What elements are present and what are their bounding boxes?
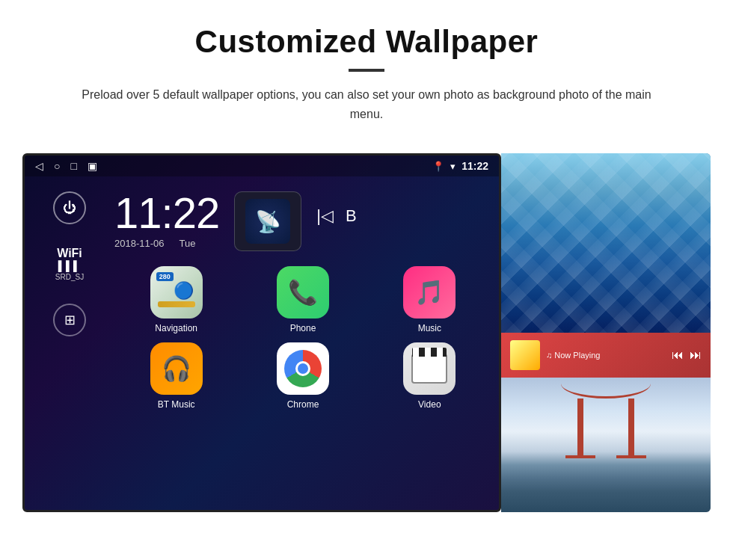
app-navigation[interactable]: 280 🔵 Navigation — [117, 266, 235, 333]
player-prev-icon[interactable]: ⏮ — [672, 348, 684, 362]
wifi-signal-icon: ▾ — [450, 161, 456, 172]
wifi-bars: ▌▌▌ — [55, 260, 84, 271]
wifi-label: WiFi — [55, 247, 84, 260]
title-divider — [349, 69, 384, 72]
radio-wave-icon: 📡 — [255, 209, 281, 234]
clock-time: 11:22 — [114, 191, 219, 235]
music-controls: |◁ B — [316, 206, 356, 226]
wallpaper-panels: ♫ Now Playing ⏮ ⏭ — [501, 153, 711, 512]
clock-date: 2018-11-06 Tue — [114, 238, 219, 249]
track-letter-badge: B — [346, 206, 357, 226]
player-controls: ⏮ ⏭ — [672, 348, 702, 362]
chrome-label: Chrome — [287, 399, 319, 410]
status-nav-icons: ◁ ○ □ ▣ — [35, 160, 97, 172]
status-time: 11:22 — [461, 160, 488, 172]
clapper-stripe-1 — [413, 348, 419, 357]
navigation-icon: 280 🔵 — [150, 266, 203, 319]
radio-widget[interactable]: 📡 — [234, 191, 301, 251]
bridge-tower-right — [628, 399, 634, 458]
music-icon: 🎵 — [403, 266, 456, 319]
app-chrome[interactable]: Chrome — [244, 342, 361, 410]
bt-music-label: BT Music — [158, 399, 195, 410]
status-right-icons: 📍 ▾ 11:22 — [432, 160, 488, 172]
app-grid: 280 🔵 Navigation 📞 Phone 🎵 — [114, 266, 491, 410]
player-next-icon[interactable]: ⏭ — [690, 348, 702, 362]
app-music[interactable]: 🎵 Music — [371, 266, 488, 333]
power-button[interactable]: ⏻ — [53, 191, 86, 224]
home-icon: ○ — [54, 160, 60, 172]
android-sidebar: ⏻ WiFi ▌▌▌ SRD_SJ ⊞ — [25, 176, 114, 505]
android-main-content: 11:22 2018-11-06 Tue 📡 |◁ B — [114, 176, 499, 505]
ice-texture — [501, 153, 711, 333]
chrome-circle — [284, 350, 322, 387]
power-icon: ⏻ — [63, 200, 76, 216]
android-screen: ◁ ○ □ ▣ 📍 ▾ 11:22 ⏻ WiFi ▌▌▌ — [22, 153, 501, 512]
prev-track-icon[interactable]: |◁ — [316, 206, 334, 226]
map-badge: 280 — [156, 272, 174, 281]
clock-box: 11:22 2018-11-06 Tue — [114, 191, 219, 249]
phone-icon: 📞 — [277, 266, 329, 319]
location-icon: 📍 — [432, 161, 444, 172]
wallpaper-ice — [501, 153, 711, 333]
grid-icon: ⊞ — [64, 312, 76, 328]
bt-music-icon: 🎧 — [150, 342, 203, 395]
page-description: Preload over 5 default wallpaper options… — [75, 85, 658, 123]
app-video[interactable]: Video — [371, 342, 488, 410]
video-icon — [403, 342, 456, 395]
wallpaper-music-bar: ♫ Now Playing ⏮ ⏭ — [501, 333, 711, 378]
app-bt-music[interactable]: 🎧 BT Music — [117, 342, 235, 410]
player-info: ♫ Now Playing — [546, 351, 666, 360]
clapperboard — [411, 354, 447, 384]
player-thumbnail — [510, 340, 540, 370]
page-title: Customized Wallpaper — [45, 24, 688, 60]
map-pin-icon: 🔵 — [174, 281, 194, 301]
main-content: ◁ ○ □ ▣ 📍 ▾ 11:22 ⏻ WiFi ▌▌▌ — [0, 138, 733, 535]
page-header: Customized Wallpaper Preload over 5 defa… — [0, 0, 733, 138]
chrome-inner-circle — [295, 361, 310, 376]
clapper-stripe-2 — [425, 348, 431, 357]
music-label: Music — [418, 323, 441, 333]
bridge-tower-left — [577, 399, 583, 458]
clock-area: 11:22 2018-11-06 Tue 📡 |◁ B — [114, 184, 491, 266]
radio-icon-inner: 📡 — [245, 199, 290, 244]
phone-label: Phone — [290, 323, 316, 333]
navigation-label: Navigation — [155, 323, 197, 333]
wifi-network-name: SRD_SJ — [55, 273, 84, 281]
screenshot-icon: ▣ — [88, 160, 97, 172]
wifi-info: WiFi ▌▌▌ SRD_SJ — [55, 247, 84, 281]
clock-day-value: Tue — [180, 238, 196, 249]
app-phone[interactable]: 📞 Phone — [244, 266, 361, 333]
back-icon: ◁ — [35, 160, 43, 172]
wallpaper-bridge — [501, 378, 711, 512]
video-label: Video — [418, 399, 441, 410]
bridge-towers — [577, 399, 634, 458]
android-body: ⏻ WiFi ▌▌▌ SRD_SJ ⊞ 11:22 — [25, 176, 499, 505]
grid-button[interactable]: ⊞ — [53, 304, 86, 336]
status-bar: ◁ ○ □ ▣ 📍 ▾ 11:22 — [25, 156, 499, 176]
recents-icon: □ — [70, 160, 76, 172]
clapper-stripe-3 — [437, 348, 443, 357]
music-player: ♫ Now Playing ⏮ ⏭ — [501, 333, 711, 378]
clock-date-value: 2018-11-06 — [114, 238, 165, 249]
map-road — [158, 301, 195, 307]
chrome-icon — [277, 342, 329, 395]
